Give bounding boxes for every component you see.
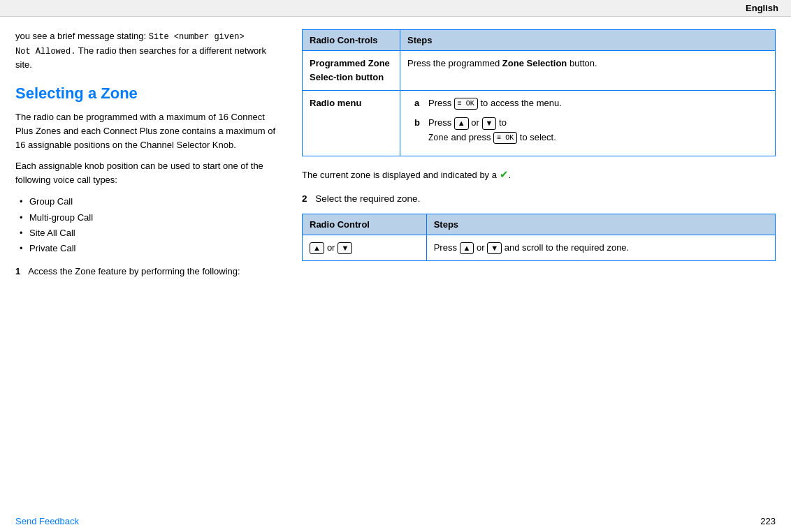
current-zone-note: The current zone is displayed and indica… bbox=[302, 166, 776, 182]
arrow-up-icon: ▲ bbox=[454, 117, 469, 129]
zone-selection-bold: Zone Selection bbox=[502, 58, 567, 68]
table-row: Radio menu a Press ≡ OK to access the me… bbox=[303, 91, 776, 156]
or-text: or bbox=[471, 117, 481, 128]
table-row: Programmed Zone Selec-tion button Press … bbox=[303, 51, 776, 91]
radio-controls-table2: Radio Control Steps ▲ or ▼ Press bbox=[302, 214, 776, 261]
step1-number: 1 bbox=[15, 266, 20, 276]
list-item: Site All Call bbox=[22, 226, 281, 241]
table1-row2-col1: Radio menu bbox=[303, 91, 400, 156]
arrow-up-icon3: ▲ bbox=[460, 242, 474, 254]
list-item: Group Call bbox=[22, 194, 281, 209]
language-label: English bbox=[746, 3, 778, 13]
step2-number: 2 bbox=[302, 193, 307, 204]
table2-col1-header: Radio Control bbox=[303, 214, 427, 235]
step2-label: 2 Select the required zone. bbox=[302, 192, 776, 207]
list-item: Multi-group Call bbox=[22, 210, 281, 226]
table1-col1-header: Radio Con-trols bbox=[303, 30, 400, 51]
step2-text: Select the required zone. bbox=[315, 193, 420, 204]
intro-text1: you see a brief message stating: bbox=[15, 31, 149, 41]
intro-code2: Not Allowed. bbox=[15, 47, 75, 57]
arrow-down-icon3: ▼ bbox=[487, 242, 502, 254]
table2-row1-col1: ▲ or ▼ bbox=[303, 235, 427, 261]
zone-text: Zone bbox=[428, 133, 449, 143]
page-header: English bbox=[0, 0, 791, 17]
step-a-label: a bbox=[414, 96, 424, 110]
table2-row1-col2: Press ▲ or ▼ and scroll to the required … bbox=[426, 235, 775, 261]
step-a-content: Press ≡ OK to access the menu. bbox=[428, 96, 562, 110]
table1-col2-header: Steps bbox=[400, 30, 776, 51]
sub-step-a: a Press ≡ OK to access the menu. bbox=[414, 96, 768, 110]
table1-row1-col1: Programmed Zone Selec-tion button bbox=[303, 51, 400, 91]
intro-code1: Site <number given> bbox=[149, 32, 245, 42]
arrow-up-icon2: ▲ bbox=[310, 242, 324, 254]
intro-paragraph: you see a brief message stating: Site <n… bbox=[15, 29, 281, 72]
arrow-down-icon2: ▼ bbox=[338, 242, 352, 254]
ok-button-icon: ≡ OK bbox=[454, 98, 478, 110]
bullet-list: Group Call Multi-group Call Site All Cal… bbox=[22, 194, 281, 256]
section-para2: Each assignable knob position can be use… bbox=[15, 159, 281, 187]
section-heading: Selecting a Zone bbox=[15, 84, 281, 103]
page-footer: Send Feedback 223 bbox=[0, 510, 791, 532]
table-row: ▲ or ▼ Press ▲ or ▼ and scroll to the re… bbox=[303, 235, 776, 261]
table1-row1-col2: Press the programmed Zone Selection butt… bbox=[400, 51, 776, 91]
or-label: or bbox=[327, 241, 335, 255]
radio-controls-table1: Radio Con-trols Steps Programmed Zone Se… bbox=[302, 29, 776, 156]
checkmark-icon: ✔ bbox=[500, 168, 509, 180]
left-column: you see a brief message stating: Site <n… bbox=[15, 29, 281, 528]
step1-text: Access the Zone feature by performing th… bbox=[28, 266, 240, 276]
main-content: you see a brief message stating: Site <n… bbox=[0, 17, 791, 528]
or-text2: or bbox=[477, 242, 487, 253]
ok-button-icon2: ≡ OK bbox=[493, 132, 517, 144]
steps-sub: a Press ≡ OK to access the menu. b bbox=[407, 96, 768, 145]
page-number: 223 bbox=[760, 516, 776, 526]
sub-step-b: b Press ▲ or ▼ to Zone and press bbox=[414, 116, 768, 145]
arrow-down-icon: ▼ bbox=[482, 117, 497, 129]
table2-col2-header: Steps bbox=[426, 214, 775, 235]
icon-cell: ▲ or ▼ bbox=[310, 241, 419, 255]
list-item: Private Call bbox=[22, 241, 281, 256]
table1-row2-col2: a Press ≡ OK to access the menu. b bbox=[400, 91, 776, 156]
step-b-content: Press ▲ or ▼ to Zone and press ≡ OK bbox=[428, 116, 556, 145]
step-b-label: b bbox=[414, 116, 424, 130]
step1-intro: 1 Access the Zone feature by performing … bbox=[15, 265, 281, 279]
section-para1: The radio can be programmed with a maxim… bbox=[15, 110, 281, 152]
send-feedback-link[interactable]: Send Feedback bbox=[15, 516, 79, 526]
right-column: Radio Con-trols Steps Programmed Zone Se… bbox=[302, 29, 776, 528]
